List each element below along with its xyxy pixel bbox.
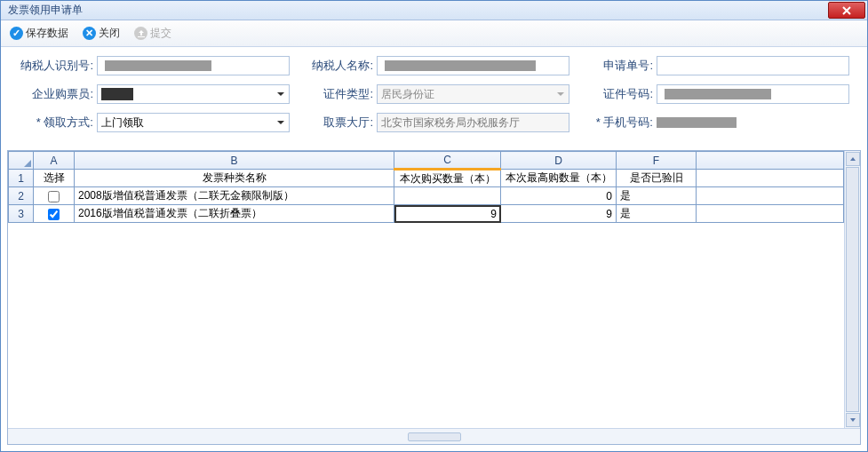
field-taxpayer-id: 纳税人识别号:: [19, 56, 290, 75]
submit-button-label: 提交: [150, 26, 171, 41]
close-icon: [841, 5, 852, 16]
field-pickup-hall: 取票大厅:: [299, 113, 569, 132]
redacted-value: [101, 88, 133, 100]
taxpayer-id-label: 纳税人识别号:: [19, 58, 97, 74]
app-window: 发票领用申请单 ✓ 保存数据 ✕ 关闭 提交 纳税人识别号:: [0, 0, 868, 452]
col-blank[interactable]: [697, 152, 844, 170]
sheet-corner[interactable]: [9, 152, 34, 170]
spreadsheet: A B C D F 1 选择 发票种类名称 本次购买数量（本） 本次最高购数量（…: [7, 150, 861, 445]
taxpayer-id-input[interactable]: [97, 56, 290, 75]
vertical-scrollbar[interactable]: [844, 151, 860, 428]
pickup-method-combo[interactable]: 上门领取: [97, 113, 290, 132]
chevron-down-icon: [553, 85, 569, 103]
column-letter-row: A B C D F: [9, 152, 844, 170]
field-pickup-method: * 领取方式: 上门领取: [19, 113, 290, 132]
table-row[interactable]: 2 2008版增值税普通发票（二联无金额限制版） 0 是: [9, 187, 844, 205]
cell-invoice-type[interactable]: 2008版增值税普通发票（二联无金额限制版）: [75, 187, 394, 205]
chevron-down-icon[interactable]: [273, 114, 289, 131]
save-button[interactable]: ✓ 保存数据: [10, 26, 68, 41]
header-max-qty: 本次最高购数量（本）: [501, 170, 617, 187]
field-request-no: 申请单号:: [578, 56, 849, 75]
save-button-label: 保存数据: [26, 26, 68, 41]
scroll-thumb[interactable]: [846, 167, 859, 412]
cert-no-input[interactable]: [657, 84, 849, 104]
redacted-value: [385, 60, 536, 71]
horizontal-scrollbar[interactable]: [8, 428, 860, 444]
scroll-thumb[interactable]: [408, 432, 461, 441]
window-close-button[interactable]: [828, 2, 865, 19]
scroll-up-button[interactable]: [846, 152, 860, 166]
col-letter-d[interactable]: D: [501, 152, 617, 170]
scroll-down-button[interactable]: [846, 413, 860, 427]
taxpayer-name-label: 纳税人名称:: [299, 58, 377, 74]
toolbar: ✓ 保存数据 ✕ 关闭 提交: [1, 20, 867, 47]
taxpayer-name-input[interactable]: [377, 56, 569, 75]
row-checkbox[interactable]: [48, 191, 60, 202]
rownum[interactable]: 2: [9, 187, 34, 205]
upload-icon: [134, 27, 147, 40]
row-checkbox[interactable]: [48, 209, 60, 220]
close-button[interactable]: ✕ 关闭: [83, 26, 120, 41]
sheet-table[interactable]: A B C D F 1 选择 发票种类名称 本次购买数量（本） 本次最高购数量（…: [8, 151, 844, 223]
redacted-value: [665, 89, 771, 99]
request-no-label: 申请单号:: [578, 58, 657, 74]
scroll-track[interactable]: [845, 167, 860, 412]
buyer-label: 企业购票员:: [19, 86, 97, 102]
redacted-value: [105, 60, 211, 71]
cell-select[interactable]: [34, 187, 75, 205]
cert-type-value: 居民身份证: [378, 87, 553, 102]
field-taxpayer-name: 纳税人名称:: [299, 56, 569, 75]
field-buyer: 企业购票员:: [19, 84, 290, 104]
cell-max-qty[interactable]: 9: [501, 205, 617, 223]
rownum[interactable]: 3: [9, 205, 34, 223]
cell-verified-old[interactable]: 是: [617, 187, 697, 205]
phone-label: * 手机号码:: [578, 115, 657, 131]
window-title: 发票领用申请单: [8, 3, 83, 18]
cert-type-label: 证件类型:: [299, 86, 377, 102]
cell-buy-qty[interactable]: 9: [394, 205, 501, 223]
pickup-hall-label: 取票大厅:: [299, 115, 377, 131]
cell-buy-qty[interactable]: [394, 187, 501, 205]
header-invoice-type: 发票种类名称: [75, 170, 394, 187]
header-verified-old: 是否已验旧: [617, 170, 697, 187]
field-cert-type: 证件类型: 居民身份证: [299, 84, 569, 104]
pickup-method-label: * 领取方式:: [19, 115, 97, 131]
check-icon: ✓: [10, 27, 23, 40]
cell-max-qty[interactable]: 0: [501, 187, 617, 205]
field-phone: * 手机号码:: [578, 113, 849, 132]
cert-no-label: 证件号码:: [578, 86, 657, 102]
buyer-combo[interactable]: [97, 84, 290, 104]
submit-button: 提交: [134, 26, 171, 41]
col-letter-f[interactable]: F: [617, 152, 697, 170]
col-letter-a[interactable]: A: [34, 152, 75, 170]
form-area: 纳税人识别号: 纳税人名称: 申请单号: 企业购票员:: [1, 47, 867, 150]
close-button-label: 关闭: [99, 26, 120, 41]
x-icon: ✕: [83, 27, 96, 40]
chevron-down-icon[interactable]: [273, 85, 289, 103]
table-row[interactable]: 3 2016版增值税普通发票（二联折叠票） 9 9 是: [9, 205, 844, 223]
header-buy-qty: 本次购买数量（本）: [394, 170, 501, 187]
header-select: 选择: [34, 170, 75, 187]
rownum-1[interactable]: 1: [9, 170, 34, 187]
cell-select[interactable]: [34, 205, 75, 223]
header-row: 1 选择 发票种类名称 本次购买数量（本） 本次最高购数量（本） 是否已验旧: [9, 170, 844, 187]
pickup-hall-input: [377, 113, 569, 132]
pickup-method-value: 上门领取: [98, 115, 273, 131]
request-no-input[interactable]: [657, 56, 849, 75]
titlebar: 发票领用申请单: [1, 1, 867, 20]
redacted-value: [657, 117, 737, 128]
cert-type-combo: 居民身份证: [377, 84, 569, 104]
cell-verified-old[interactable]: 是: [617, 205, 697, 223]
cell-invoice-type[interactable]: 2016版增值税普通发票（二联折叠票）: [75, 205, 394, 223]
col-letter-c[interactable]: C: [394, 152, 501, 170]
field-cert-no: 证件号码:: [578, 84, 849, 104]
col-letter-b[interactable]: B: [75, 152, 394, 170]
